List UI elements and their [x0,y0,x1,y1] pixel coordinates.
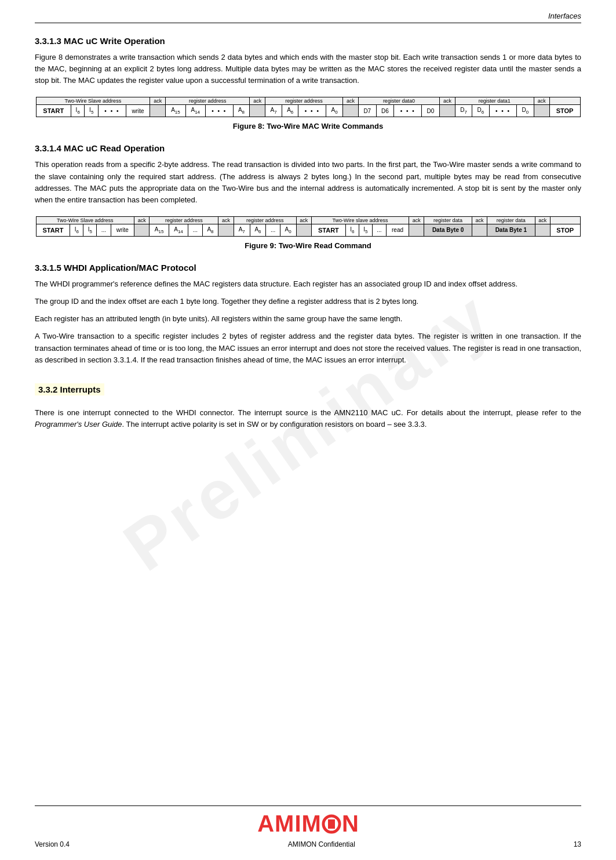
read-cell-ack2 [218,224,234,236]
section-332-para1: There is one interrupt connected to the … [35,407,581,430]
read-cell-write: write [111,224,134,236]
read-hdr-reg-addr1: register address [150,216,218,224]
write-diagram-data-row: START I6 I5 • • • write A15 A14 • • • A8… [36,105,580,117]
section-331-5-para1: The WHDI programmer's reference defines … [35,278,581,290]
section-331-4-heading: 3.3.1.4 MAC uC Read Operation [35,143,581,153]
read-hdr-ack4: ack [409,216,424,224]
footer: AMI M N Version 0.4 AMIMON Confidential … [35,805,581,848]
write-cell-stop: STOP [549,105,580,117]
read-cell-dots2: ... [188,224,202,236]
read-hdr-ack2: ack [218,216,234,224]
figure-9-caption: Figure 9: Two-Wire Read Command [35,241,581,250]
read-hdr-ack6: ack [535,216,550,224]
read-hdr-ack5: ack [472,216,487,224]
write-cell-a7: A7 [265,105,282,117]
footer-logo-container: AMI M N [257,811,359,837]
write-cell-d0: D0 [422,105,440,117]
footer-version: Version 0.4 [35,840,70,848]
read-cell-a6: A6 [250,224,266,236]
write-cell-start: START [36,105,71,117]
write-cell-a6: A6 [282,105,298,117]
read-cell-read: read [387,224,409,236]
read-cell-i6b: I6 [345,224,359,236]
write-cell-d7b: D7 [455,105,472,117]
read-cell-i6: I6 [70,224,83,236]
header-bar: Interfaces [35,12,581,23]
read-cell-start1: START [36,224,70,236]
write-cell-d6b: D6 [472,105,489,117]
read-cell-start2: START [311,224,345,236]
read-cell-ack1 [134,224,149,236]
section-331-5-heading: 3.3.1.5 WHDI Application/MAC Protocol [35,263,581,273]
section-332-heading: 3.3.2 Interrupts [35,383,104,395]
section-332-heading-text: 3.3.2 Interrupts [38,384,101,394]
read-cell-a0: A0 [280,224,296,236]
write-cell-ack3 [342,105,358,117]
write-cell-dots4: • • • [394,105,422,117]
read-hdr-ack1: ack [134,216,149,224]
write-hdr-reg-addr2: register address [265,97,342,105]
footer-bottom-row: Version 0.4 AMIMON Confidential 13 [35,840,581,848]
write-cell-d7: D7 [358,105,376,117]
read-diagram-data-row: START I6 I5 ... write A15 A14 ... A8 A7 … [36,224,580,236]
header-title: Interfaces [548,12,581,20]
write-cell-dots2: • • • [205,105,233,117]
write-cell-i6: I6 [71,105,85,117]
section-331-5-para3: Each register has an attributed length (… [35,313,581,325]
read-cell-a15: A15 [150,224,169,236]
write-hdr-end [549,97,580,105]
write-timing-diagram: Two-Wire Slave address ack register addr… [36,97,581,117]
section-331-5-para4: A Two-Wire transaction to a specific reg… [35,331,581,365]
figure-8-container: Two-Wire Slave address ack register addr… [35,97,581,130]
write-diagram-header-row: Two-Wire Slave address ack register addr… [36,97,580,105]
write-hdr-reg-data0: register data0 [358,97,439,105]
write-cell-i5: I5 [85,105,99,117]
footer-logo-o-container [321,811,342,837]
figure-9-container: Two-Wire Slave address ack register addr… [35,216,581,250]
write-cell-ack4 [439,105,455,117]
svg-point-2 [328,821,335,828]
read-hdr-slave-addr2: Two-Wire slave address [311,216,409,224]
figure-8-caption: Figure 8: Two-Wire MAC Write Commands [35,122,581,130]
read-hdr-reg-addr2: register address [234,216,296,224]
write-cell-write: write [126,105,150,117]
read-cell-i5: I5 [83,224,97,236]
write-cell-dots3: • • • [298,105,326,117]
write-cell-a8: A8 [233,105,250,117]
write-cell-ack5 [534,105,549,117]
read-cell-ack3 [296,224,311,236]
write-cell-a15: A15 [166,105,185,117]
footer-logo-m: M [302,811,321,837]
write-hdr-ack4: ack [439,97,455,105]
read-cell-dots1: ... [97,224,111,236]
write-hdr-reg-addr1: register address [166,97,250,105]
read-hdr-slave-addr: Two-Wire Slave address [36,216,134,224]
read-cell-a7: A7 [234,224,250,236]
read-hdr-reg-data1: register data [487,216,535,224]
section-331-5-para2: The group ID and the index offset are ea… [35,296,581,307]
read-hdr-ack3: ack [296,216,311,224]
footer-logo-o-svg [321,811,342,836]
write-hdr-ack2: ack [250,97,265,105]
write-hdr-reg-data1: register data1 [455,97,534,105]
write-cell-d6: D6 [376,105,394,117]
footer-logo: AMI [257,811,301,837]
write-cell-ack1 [150,105,166,117]
section-331-3-heading: 3.3.1.3 MAC uC Write Operation [35,36,581,46]
read-cell-dots3: ... [266,224,280,236]
read-diagram-header-row: Two-Wire Slave address ack register addr… [36,216,580,224]
read-cell-a14: A14 [169,224,188,236]
read-cell-data-byte1: Data Byte 1 [487,224,535,236]
read-cell-ack4 [409,224,424,236]
read-cell-stop: STOP [550,224,580,236]
footer-logo-n: N [342,811,359,837]
write-cell-ack2 [250,105,265,117]
section-331-4-para1: This operation reads from a specific 2-b… [35,159,581,206]
write-cell-dots5: • • • [489,105,517,117]
footer-confidential: AMIMON Confidential [288,840,355,848]
read-cell-ack6 [535,224,550,236]
write-cell-d0b: D0 [517,105,534,117]
write-hdr-slave-addr: Two-Wire Slave address [36,97,150,105]
read-cell-i5b: I5 [359,224,372,236]
read-timing-diagram: Two-Wire Slave address ack register addr… [36,216,581,237]
